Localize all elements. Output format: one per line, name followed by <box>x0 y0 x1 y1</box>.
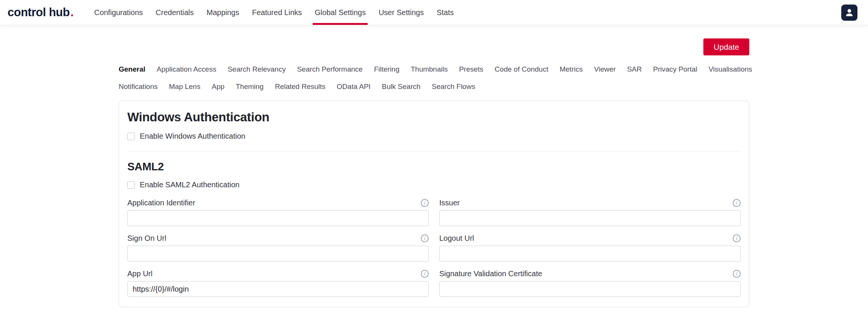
app-logo[interactable]: control hub. <box>8 0 73 25</box>
main-nav: Configurations Credentials Mappings Feat… <box>88 0 460 25</box>
logo-dot: . <box>70 6 73 19</box>
enable-saml2-checkbox[interactable] <box>127 181 135 189</box>
settings-tabs-row2: Notifications Map Lens App Theming Relat… <box>119 83 749 91</box>
info-icon[interactable]: i <box>421 199 429 207</box>
logout-url-input[interactable] <box>439 246 741 262</box>
enable-saml2-label: Enable SAML2 Authentication <box>140 180 240 189</box>
section-divider <box>127 151 741 151</box>
authentication-card: Windows Authentication Enable Windows Au… <box>119 101 749 307</box>
enable-windows-auth-label: Enable Windows Authentication <box>140 132 245 141</box>
app-url-input[interactable] <box>127 281 429 297</box>
tab-sar[interactable]: SAR <box>627 65 642 73</box>
update-row: Update <box>119 38 749 55</box>
info-icon[interactable]: i <box>421 234 429 242</box>
nav-stats[interactable]: Stats <box>430 0 460 25</box>
tab-general[interactable]: General <box>119 65 145 73</box>
tab-search-relevancy[interactable]: Search Relevancy <box>228 65 286 73</box>
tab-theming[interactable]: Theming <box>236 83 264 91</box>
tab-related-results[interactable]: Related Results <box>275 83 326 91</box>
update-button[interactable]: Update <box>703 38 749 55</box>
logo-text: control hub <box>8 6 70 19</box>
tab-application-access[interactable]: Application Access <box>157 65 216 73</box>
enable-windows-auth-row[interactable]: Enable Windows Authentication <box>127 132 245 141</box>
tab-presets[interactable]: Presets <box>459 65 483 73</box>
tab-thumbnails[interactable]: Thumbnails <box>411 65 448 73</box>
info-icon[interactable]: i <box>733 234 741 242</box>
saml2-heading: SAML2 <box>127 161 741 173</box>
page-content: Update General Application Access Search… <box>119 38 749 307</box>
field-sign-on-url: Sign On Url i <box>127 234 429 262</box>
field-issuer: Issuer i <box>439 198 741 226</box>
windows-auth-heading: Windows Authentication <box>127 110 741 124</box>
tab-search-flows[interactable]: Search Flows <box>432 83 475 91</box>
tab-bulk-search[interactable]: Bulk Search <box>382 83 420 91</box>
tab-app[interactable]: App <box>212 83 225 91</box>
nav-global-settings[interactable]: Global Settings <box>308 0 372 25</box>
nav-mappings[interactable]: Mappings <box>200 0 246 25</box>
info-icon[interactable]: i <box>733 270 741 278</box>
tab-code-of-conduct[interactable]: Code of Conduct <box>495 65 549 73</box>
app-url-label: App Url <box>127 269 153 278</box>
field-signature-validation-certificate: Signature Validation Certificate i <box>439 269 741 297</box>
issuer-input[interactable] <box>439 210 741 226</box>
enable-windows-auth-checkbox[interactable] <box>127 133 135 140</box>
tab-search-performance[interactable]: Search Performance <box>297 65 362 73</box>
signature-validation-certificate-input[interactable] <box>439 281 741 297</box>
sign-on-url-label: Sign On Url <box>127 234 166 243</box>
user-icon <box>845 8 854 17</box>
tab-visualisations[interactable]: Visualisations <box>709 65 752 73</box>
tab-odata-api[interactable]: OData API <box>337 83 371 91</box>
field-app-url: App Url i <box>127 269 429 297</box>
saml2-form: Application Identifier i Issuer i Sign O… <box>127 198 741 297</box>
logout-url-label: Logout Url <box>439 234 474 243</box>
application-identifier-input[interactable] <box>127 210 429 226</box>
tab-privacy-portal[interactable]: Privacy Portal <box>653 65 697 73</box>
signature-validation-certificate-label: Signature Validation Certificate <box>439 269 542 278</box>
nav-user-settings[interactable]: User Settings <box>372 0 430 25</box>
tab-map-lens[interactable]: Map Lens <box>169 83 200 91</box>
settings-tabs-row1: General Application Access Search Releva… <box>119 65 749 73</box>
user-menu-button[interactable] <box>841 5 857 21</box>
info-icon[interactable]: i <box>733 199 741 207</box>
tab-viewer[interactable]: Viewer <box>594 65 616 73</box>
tab-notifications[interactable]: Notifications <box>119 83 158 91</box>
field-application-identifier: Application Identifier i <box>127 198 429 226</box>
tab-metrics[interactable]: Metrics <box>559 65 582 73</box>
tab-filtering[interactable]: Filtering <box>374 65 400 73</box>
issuer-label: Issuer <box>439 198 460 207</box>
application-identifier-label: Application Identifier <box>127 198 195 207</box>
sign-on-url-input[interactable] <box>127 246 429 262</box>
top-navbar: control hub. Configurations Credentials … <box>0 0 868 25</box>
enable-saml2-row[interactable]: Enable SAML2 Authentication <box>127 180 240 189</box>
nav-featured-links[interactable]: Featured Links <box>246 0 308 25</box>
nav-credentials[interactable]: Credentials <box>149 0 200 25</box>
field-logout-url: Logout Url i <box>439 234 741 262</box>
nav-configurations[interactable]: Configurations <box>88 0 149 25</box>
info-icon[interactable]: i <box>421 270 429 278</box>
